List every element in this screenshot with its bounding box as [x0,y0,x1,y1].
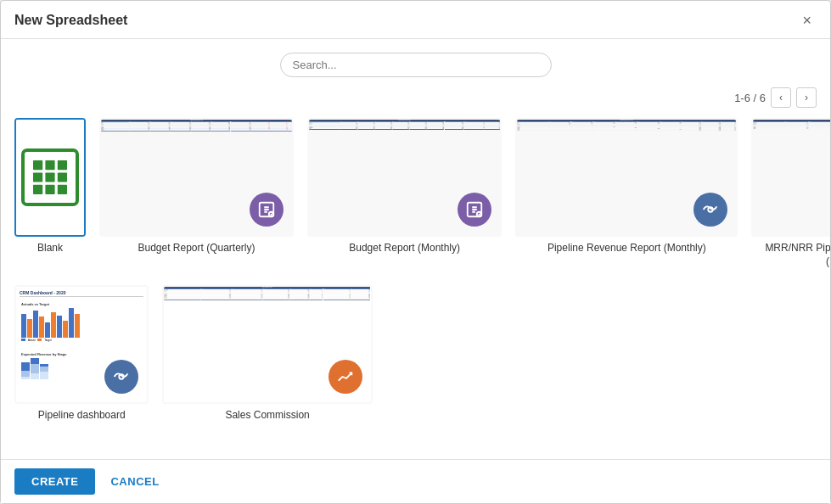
svg-point-14 [709,207,714,212]
svg-rect-8 [45,185,54,194]
svg-rect-3 [58,160,67,170]
cancel-button[interactable]: CANCEL [102,468,167,495]
template-sales-commission[interactable]: Sales Commission - 2020 Sales RepJanuary… [162,285,372,423]
template-pipeline-dashboard-thumb: CRM Dashboard - 2020 Actuals vs Target [14,285,149,404]
svg-rect-6 [58,172,67,182]
svg-point-16 [120,374,125,379]
svg-rect-9 [58,185,67,194]
svg-rect-5 [45,172,54,182]
template-sales-commission-thumb: Sales Commission - 2020 Sales RepJanuary… [162,285,372,404]
template-budget-monthly-label: Budget Report (Monthly) [349,242,460,255]
close-button[interactable]: × [797,11,817,30]
pagination-row: 1-6 / 6 ‹ › [14,87,817,108]
template-mrr-nrr[interactable]: Monthly Revenue by Team - 2020 MonthNew … [751,118,830,268]
template-mrr-nrr-thumb: Monthly Revenue by Team - 2020 MonthNew … [751,118,830,237]
templates-grid-row2: CRM Dashboard - 2020 Actuals vs Target [14,285,817,423]
templates-grid-row1: Blank Quarterly Budget Report - 2020 Q1 … [14,118,817,268]
template-pipeline-dashboard[interactable]: CRM Dashboard - 2020 Actuals vs Target [14,285,149,423]
dialog-body: 1-6 / 6 ‹ › [1,39,830,459]
pagination-text: 1-6 / 6 [734,92,766,104]
dialog-title: New Spreadsheet [14,13,127,28]
new-spreadsheet-dialog: New Spreadsheet × 1-6 / 6 ‹ › [0,0,831,504]
create-button[interactable]: CREATE [14,468,95,495]
template-pipeline-monthly-label: Pipeline Revenue Report (Monthly) [547,242,706,255]
pagination-next-button[interactable]: › [796,87,817,108]
template-overlay-icon-monthly [458,193,491,227]
template-blank-thumb [14,118,86,237]
svg-rect-2 [45,160,54,170]
template-pipeline-revenue-monthly[interactable]: Monthly Revenue by Team - 2020 TeamJan 2… [515,118,738,268]
dialog-footer: CREATE CANCEL [1,459,830,503]
svg-rect-7 [33,185,42,194]
template-blank[interactable]: Blank [14,118,86,268]
template-budget-quarterly-label: Budget Report (Quarterly) [138,242,255,255]
search-row [14,53,817,77]
template-overlay-icon [250,193,284,227]
template-budget-monthly[interactable]: Monthly Budget Report - 2020 CategoryJan… [307,118,502,268]
svg-rect-4 [33,172,42,182]
template-budget-monthly-thumb: Monthly Budget Report - 2020 CategoryJan… [307,118,502,237]
svg-rect-1 [33,160,42,170]
search-input[interactable] [280,53,552,77]
template-mrr-nrr-label: MRR/NRR Pipeline Revenue Report (Monthly… [751,242,830,268]
template-budget-quarterly[interactable]: Quarterly Budget Report - 2020 Q1 2020Q2… [99,118,294,268]
template-sales-overlay-icon [328,360,362,394]
template-pipeline-dashboard-label: Pipeline dashboard [38,409,126,423]
template-pipeline-monthly-thumb: Monthly Revenue by Team - 2020 TeamJan 2… [515,118,738,237]
template-sales-commission-label: Sales Commission [225,409,309,423]
dialog-header: New Spreadsheet × [1,1,830,39]
template-blank-label: Blank [37,242,63,255]
template-budget-quarterly-thumb: Quarterly Budget Report - 2020 Q1 2020Q2… [99,118,294,237]
pagination-prev-button[interactable]: ‹ [771,87,791,108]
